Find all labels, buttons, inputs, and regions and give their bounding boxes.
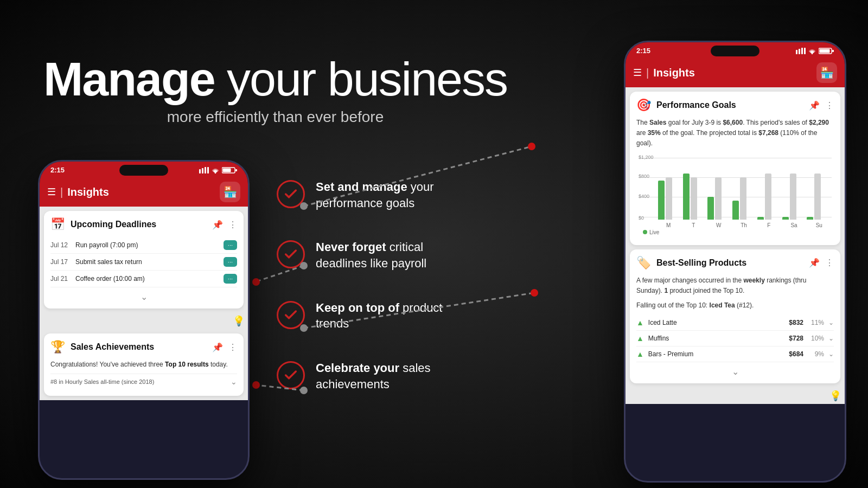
achievements-header: 🏆 Sales Achievements 📌 ⋮ (50, 340, 237, 354)
products-falling: Falling out of the Top 10: Iced Tea (#12… (636, 300, 834, 311)
status-icons-right (796, 48, 834, 54)
bar-group-Sa (782, 174, 805, 220)
deadlines-more[interactable]: ⋮ (228, 220, 237, 230)
deadlines-card-header: 📅 Upcoming Deadlines 📌 ⋮ (50, 217, 237, 232)
legend-label: Live (649, 229, 659, 235)
check-icon-3 (277, 301, 305, 329)
achievements-card: 🏆 Sales Achievements 📌 ⋮ Congratulations… (44, 333, 244, 396)
deadlines-row-2: Jul 17 Submit sales tax return ··· (50, 254, 237, 271)
feature-item-3: Keep on top of producttrends (277, 300, 442, 332)
bar-group-Th (732, 177, 755, 220)
phone-left: 2:15 ☰ | Insights 🏪 📅 Upcoming Deadlines… (38, 160, 250, 480)
hero-title-rest: your business (215, 52, 507, 106)
bar-actual-T (683, 174, 690, 220)
shop-icon-left[interactable]: 🏪 (220, 182, 240, 202)
deadlines-title: Upcoming Deadlines (71, 220, 207, 229)
svg-rect-21 (799, 49, 800, 54)
menu-icon-right[interactable]: ☰ (633, 67, 642, 79)
bar-group-W (707, 177, 730, 220)
status-icons-left (199, 167, 237, 174)
nav-bar-left: ☰ | Insights 🏪 (40, 177, 248, 207)
svg-point-5 (252, 278, 260, 286)
hero-section: Manage your business more efficiently th… (43, 54, 507, 126)
feature-text-2: Never forget criticaldeadlines like payr… (316, 239, 426, 271)
achievements-title: Sales Achievements (71, 342, 207, 352)
deadlines-pin[interactable]: 📌 (212, 220, 223, 230)
chevron-1[interactable]: ⌄ (828, 319, 834, 326)
status-bar-right: 2:15 (626, 42, 845, 58)
feature-text-3: Keep on top of producttrends (316, 300, 442, 332)
chart-legend: Live (639, 228, 832, 236)
achievements-more[interactable]: ⋮ (228, 342, 237, 352)
deadline-btn-2[interactable]: ··· (224, 257, 237, 267)
bulb-icon-2: 💡 (626, 388, 845, 404)
chevron-3[interactable]: ⌄ (828, 350, 834, 358)
deadlines-row-1: Jul 12 Run payroll (7:00 pm) ··· (50, 237, 237, 254)
perf-text: The Sales goal for July 3-9 is $6,600. T… (636, 118, 834, 149)
bar-target-T (691, 177, 697, 220)
bar-actual-Su (807, 217, 813, 220)
products-pin[interactable]: 📌 (809, 258, 820, 268)
hero-subtitle: more efficiently than ever before (43, 108, 507, 126)
arrow-3: ▲ (636, 350, 644, 358)
products-title: Best-Selling Products (656, 258, 803, 268)
svg-rect-13 (202, 168, 203, 174)
deadlines-card: 📅 Upcoming Deadlines 📌 ⋮ Jul 12 Run payr… (44, 211, 244, 309)
status-time-left: 2:15 (50, 166, 65, 174)
bar-target-Sa (790, 174, 796, 220)
achievements-pin[interactable]: 📌 (212, 342, 223, 352)
arrow-2: ▲ (636, 334, 644, 343)
bar-actual-W (707, 197, 714, 220)
check-icon-1 (277, 180, 305, 208)
feature-bold-2: Never forget (316, 240, 386, 254)
perf-more[interactable]: ⋮ (825, 100, 834, 111)
chart-body: $1,200 $800 $400 $0 (639, 158, 832, 228)
chevron-2[interactable]: ⌄ (828, 335, 834, 342)
check-icon-4 (277, 361, 305, 389)
bar-target-M (666, 177, 672, 220)
bar-target-W (715, 177, 722, 220)
legend-dot (643, 230, 647, 234)
chart-bars (656, 158, 832, 220)
feature-bold-1: Set and manage (316, 180, 407, 194)
nav-bar-right: ☰ | Insights 🏪 (626, 58, 845, 87)
achievements-sub: #8 in Hourly Sales all-time (since 2018)… (50, 374, 237, 389)
phone-left-content: 📅 Upcoming Deadlines 📌 ⋮ Jul 12 Run payr… (40, 207, 248, 400)
deadline-btn-3[interactable]: ··· (224, 274, 237, 284)
feature-bold-4: Celebrate your (316, 361, 399, 375)
svg-rect-22 (801, 48, 803, 54)
nav-title-left: Insights (67, 186, 215, 198)
feature-text-4: Celebrate your salesachievements (316, 360, 431, 392)
products-more[interactable]: ⋮ (825, 258, 834, 268)
svg-rect-19 (235, 169, 237, 171)
shop-icon-right[interactable]: 🏪 (816, 62, 837, 83)
status-time-right: 2:15 (636, 47, 650, 55)
bar-actual-F (757, 217, 764, 220)
bar-actual-Th (732, 201, 739, 220)
nav-title-right: Insights (653, 67, 812, 79)
menu-icon-left[interactable]: ☰ (47, 186, 56, 198)
svg-point-2 (528, 143, 535, 150)
perf-icon: 🎯 (636, 98, 651, 112)
products-card: 🏷️ Best-Selling Products 📌 ⋮ A few major… (630, 249, 840, 384)
bar-actual-M (658, 181, 665, 220)
achievements-text: Congratulations! You've achieved three T… (50, 359, 237, 369)
deadline-btn-1[interactable]: ··· (224, 240, 237, 250)
bar-group-Su (807, 174, 829, 220)
perf-card: 🎯 Performance Goals 📌 ⋮ The Sales goal f… (630, 92, 840, 245)
deadlines-row-3: Jul 21 Coffee order (10:00 am) ··· (50, 271, 237, 287)
bar-target-Th (740, 177, 746, 220)
trophy-icon: 🏆 (50, 340, 65, 354)
bulb-icon-1: 💡 (40, 313, 248, 329)
feature-bold-3: Keep on top of (316, 301, 399, 314)
products-expand[interactable]: ⌄ (636, 362, 834, 377)
deadlines-expand[interactable]: ⌄ (50, 287, 237, 302)
perf-pin[interactable]: 📌 (809, 100, 820, 111)
products-card-header: 🏷️ Best-Selling Products 📌 ⋮ (636, 256, 834, 270)
bar-target-Su (814, 174, 821, 220)
feature-item-2: Never forget criticaldeadlines like payr… (277, 239, 442, 271)
svg-point-8 (531, 289, 538, 297)
svg-rect-14 (205, 167, 206, 174)
svg-rect-15 (207, 167, 209, 174)
bar-group-M (658, 177, 681, 220)
